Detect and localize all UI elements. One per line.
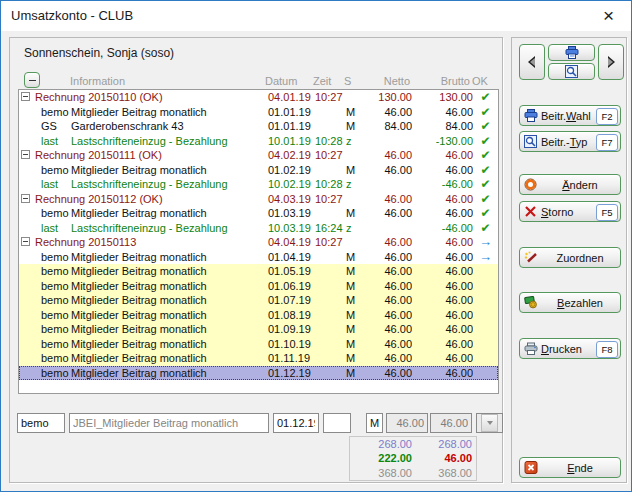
- beitragstyp-button[interactable]: Beitr.-Typ F7: [519, 131, 621, 152]
- table-row[interactable]: bemoMitglieder Beitrag monatlich01.03.19…: [19, 206, 498, 221]
- dropdown-arrow-button[interactable]: [481, 414, 498, 432]
- beitragswahl-button[interactable]: Beitr.Wahl F2: [519, 105, 621, 126]
- check-icon: ✔: [473, 177, 498, 192]
- table-row[interactable]: bemoMitglieder Beitrag monatlich01.10.19…: [19, 337, 498, 352]
- cell-datum: 01.09.19: [268, 322, 315, 337]
- netto-field[interactable]: [386, 413, 428, 433]
- minus-icon: [29, 80, 36, 81]
- column-header-netto[interactable]: Netto: [362, 75, 410, 87]
- cell-brutto: 84.00: [412, 119, 473, 134]
- cell-info: bemoMitglieder Beitrag monatlich: [34, 293, 268, 308]
- table-row[interactable]: Rechnung 2015011304.04.1910:2746.0046.00…: [19, 235, 498, 250]
- cell-zeit: 10:27: [315, 192, 346, 207]
- cell-netto: 46.00: [361, 293, 412, 308]
- collapse-icon[interactable]: [21, 150, 30, 159]
- table-row[interactable]: lastLastschrifteneinzug - Bezahlung10.02…: [19, 177, 498, 192]
- cell-s: z: [346, 134, 361, 149]
- column-header-s[interactable]: S: [344, 75, 351, 87]
- zoom-list-button[interactable]: [548, 63, 595, 80]
- cell-datum: 01.01.19: [268, 119, 315, 134]
- check-icon: ✔: [473, 206, 498, 221]
- cell-datum: 01.01.19: [268, 105, 315, 120]
- button-label: Zuordnen: [540, 252, 620, 264]
- column-header-zeit[interactable]: Zeit: [313, 75, 331, 87]
- cell-brutto: 46.00: [412, 308, 473, 323]
- cell-brutto: 46.00: [412, 293, 473, 308]
- collapse-all-button[interactable]: [24, 72, 40, 88]
- cell-brutto: 46.00: [412, 366, 473, 381]
- table-row[interactable]: GSGarderobenschrank 4301.01.19M84.0084.0…: [19, 119, 498, 134]
- cell-netto: 46.00: [361, 264, 412, 279]
- table-row[interactable]: bemoMitglieder Beitrag monatlich01.01.19…: [19, 105, 498, 120]
- check-icon: ✔: [473, 221, 498, 236]
- time-field[interactable]: [323, 413, 351, 433]
- cell-brutto: -46.00: [412, 221, 473, 236]
- cell-netto: 46.00: [361, 250, 412, 265]
- cell-exp: [19, 192, 34, 207]
- table-row[interactable]: bemoMitglieder Beitrag monatlich01.04.19…: [19, 250, 498, 265]
- summary-row-paid: 222.0046.00: [350, 452, 476, 464]
- close-icon: ×: [603, 5, 614, 26]
- cell-s: M: [346, 250, 361, 265]
- summary-netto: 222.00: [350, 452, 412, 464]
- table-row[interactable]: bemoMitglieder Beitrag monatlich01.07.19…: [19, 293, 498, 308]
- cell-zeit: 10:28: [315, 134, 346, 149]
- table-row[interactable]: bemoMitglieder Beitrag monatlich01.11.19…: [19, 351, 498, 366]
- column-header-datum[interactable]: Datum: [265, 75, 297, 87]
- cell-s: M: [346, 322, 361, 337]
- article-name-field[interactable]: [69, 413, 269, 433]
- column-header-brutto[interactable]: Brutto: [414, 75, 470, 87]
- cell-datum: 01.12.19: [268, 366, 315, 381]
- bezahlen-button[interactable]: Bezahlen: [519, 292, 621, 313]
- summary-box: 268.00268.00222.0046.00368.00368.00: [349, 436, 477, 481]
- cell-brutto: 46.00: [412, 206, 473, 221]
- table-row[interactable]: bemoMitglieder Beitrag monatlich01.09.19…: [19, 322, 498, 337]
- aendern-button[interactable]: Ändern: [519, 174, 621, 195]
- ende-button[interactable]: Ende: [519, 457, 621, 478]
- table-row[interactable]: bemoMitglieder Beitrag monatlich01.06.19…: [19, 279, 498, 294]
- collapse-icon[interactable]: [21, 237, 30, 246]
- article-code-field[interactable]: [17, 413, 65, 433]
- table-row[interactable]: lastLastschrifteneinzug - Bezahlung10.03…: [19, 221, 498, 236]
- title-bar[interactable]: Umsatzkonto - CLUB ×: [1, 1, 631, 31]
- cell-datum: 01.05.19: [268, 264, 315, 279]
- cell-netto: 46.00: [361, 235, 412, 250]
- cell-netto: 46.00: [361, 148, 412, 163]
- cell-datum: 04.03.19: [268, 192, 315, 207]
- printer-icon: [524, 342, 538, 356]
- cell-s: M: [346, 279, 361, 294]
- table-row[interactable]: Rechnung 20150111 (OK)04.02.1910:2746.00…: [19, 148, 498, 163]
- cell-info: bemoMitglieder Beitrag monatlich: [34, 250, 268, 265]
- table-row[interactable]: bemoMitglieder Beitrag monatlich01.02.19…: [19, 163, 498, 178]
- check-icon: ✔: [473, 119, 498, 134]
- zuordnen-button[interactable]: Zuordnen: [519, 247, 621, 268]
- table-row[interactable]: bemoMitglieder Beitrag monatlich01.05.19…: [19, 264, 498, 279]
- drucken-button[interactable]: Drucken F8: [519, 338, 621, 359]
- print-list-button[interactable]: [548, 44, 595, 61]
- cell-s: M: [346, 105, 361, 120]
- cell-netto: 46.00: [361, 337, 412, 352]
- printer-blue-icon: [565, 46, 579, 59]
- close-button[interactable]: ×: [586, 1, 631, 30]
- window-title: Umsatzkonto - CLUB: [11, 8, 133, 23]
- collapse-icon[interactable]: [21, 194, 30, 203]
- table-row[interactable]: lastLastschrifteneinzug - Bezahlung10.01…: [19, 134, 498, 149]
- brutto-field[interactable]: [430, 413, 472, 433]
- date-field[interactable]: [273, 413, 319, 433]
- column-header-information[interactable]: Information: [70, 75, 125, 87]
- cell-datum: 10.02.19: [268, 177, 315, 192]
- cell-brutto: 130.00: [412, 90, 473, 105]
- table-row[interactable]: Rechnung 20150112 (OK)04.03.1910:2746.00…: [19, 192, 498, 207]
- next-member-button[interactable]: [598, 44, 624, 80]
- table-row[interactable]: bemoMitglieder Beitrag monatlich01.12.19…: [19, 366, 498, 381]
- storno-button[interactable]: Storno F5: [519, 201, 621, 222]
- table-row[interactable]: bemoMitglieder Beitrag monatlich01.08.19…: [19, 308, 498, 323]
- column-header-ok[interactable]: OK: [472, 75, 488, 87]
- button-label: Bezahlen: [540, 297, 620, 309]
- cell-datum: 01.08.19: [268, 308, 315, 323]
- cell-netto: 46.00: [361, 206, 412, 221]
- table-row[interactable]: Rechnung 20150110 (OK)04.01.1910:27130.0…: [19, 90, 498, 105]
- prev-member-button[interactable]: [519, 44, 545, 80]
- collapse-icon[interactable]: [21, 92, 30, 101]
- status-dropdown[interactable]: [476, 413, 503, 433]
